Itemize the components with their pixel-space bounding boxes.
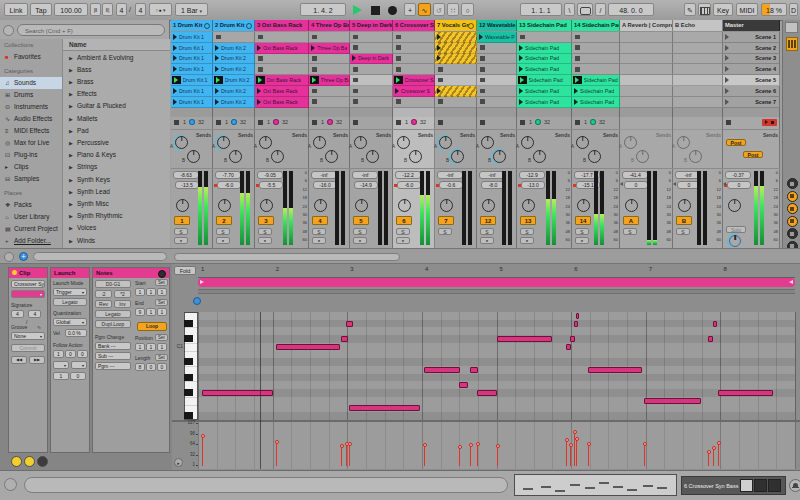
velocity-stem[interactable] bbox=[718, 444, 719, 466]
velocity-stem[interactable] bbox=[497, 447, 498, 466]
folder-expand-icon[interactable]: ▶ bbox=[69, 149, 77, 161]
io-overview-icon[interactable] bbox=[786, 37, 798, 51]
volume-field[interactable]: 0 bbox=[624, 181, 648, 189]
clip-stop-icon[interactable] bbox=[353, 78, 358, 83]
add-collection-icon[interactable]: + bbox=[19, 252, 28, 261]
show-returns-toggle-icon[interactable] bbox=[787, 203, 798, 214]
clip-slot[interactable] bbox=[673, 32, 723, 43]
value-segment[interactable]: 1 bbox=[146, 308, 156, 316]
clip-slot[interactable] bbox=[620, 54, 673, 65]
clip-stop-icon[interactable] bbox=[312, 67, 317, 72]
clip-launch-icon[interactable] bbox=[437, 45, 441, 51]
browser-folder-item[interactable]: ▶Ambient & Evolving bbox=[63, 52, 170, 64]
loop-toggle-button[interactable]: Loop bbox=[137, 322, 167, 331]
sidebar-item-plug-ins[interactable]: ⊡Plug-ins bbox=[0, 149, 62, 161]
reverse-button[interactable]: Rev bbox=[95, 300, 112, 308]
track-header[interactable]: 14 Sidechain Pad bbox=[572, 20, 620, 31]
browser-folder-item[interactable]: ▶Piano & Keys bbox=[63, 149, 170, 161]
browser-horizontal-scrollbar[interactable] bbox=[33, 252, 167, 261]
arm-button[interactable]: ● bbox=[520, 237, 534, 244]
record-icon[interactable] bbox=[388, 6, 397, 15]
midi-note[interactable] bbox=[718, 390, 773, 396]
track-header[interactable]: 4 Three Op Ba bbox=[309, 20, 350, 31]
key-map-button[interactable]: Key bbox=[713, 3, 733, 16]
clip-slot[interactable] bbox=[393, 54, 435, 65]
clip-slot[interactable] bbox=[350, 32, 393, 43]
solo-button[interactable]: S bbox=[353, 228, 367, 235]
value-segment[interactable]: 0 bbox=[157, 363, 167, 371]
send-b-knob[interactable]: B bbox=[187, 150, 200, 163]
value-segment[interactable]: 1 bbox=[157, 343, 167, 351]
clip-slot[interactable]: Deep in Dark bbox=[350, 54, 393, 65]
clip-stop-icon[interactable] bbox=[480, 45, 485, 50]
track-number-button[interactable]: 14 bbox=[575, 216, 591, 225]
velocity-stem[interactable] bbox=[576, 440, 577, 466]
solo-button[interactable]: S bbox=[174, 228, 188, 235]
black-key[interactable] bbox=[184, 412, 193, 419]
clip-slot[interactable]: Wavetable P bbox=[477, 32, 517, 43]
browser-folder-item[interactable]: ▶Bass bbox=[63, 64, 170, 76]
pan-knob[interactable] bbox=[176, 199, 189, 212]
clip-expression-toggle-icon[interactable] bbox=[37, 456, 48, 467]
pan-knob[interactable] bbox=[577, 199, 590, 212]
length-values[interactable]: 800 bbox=[135, 363, 168, 381]
clip-slot[interactable] bbox=[255, 32, 309, 43]
cue-volume-knob[interactable] bbox=[729, 235, 741, 247]
sidebar-item-instruments[interactable]: ⊙Instruments bbox=[0, 101, 62, 113]
browser-folder-item[interactable]: ▶Guitar & Plucked bbox=[63, 100, 170, 112]
clip-slot[interactable] bbox=[572, 64, 620, 75]
send-b-knob[interactable]: B bbox=[493, 150, 506, 163]
time-sig-denominator[interactable]: 4 bbox=[135, 3, 146, 16]
velocity-amount-field[interactable]: 0.0 % bbox=[65, 329, 87, 337]
clip-playing-icon[interactable] bbox=[172, 76, 181, 85]
clip-slot[interactable]: Sidechain Pad bbox=[517, 54, 572, 65]
track-number-button[interactable]: 13 bbox=[520, 216, 536, 225]
clip-slot[interactable]: Drum Kit 1 bbox=[171, 86, 213, 97]
sidebar-item-current-project[interactable]: ▤Current Project bbox=[0, 223, 62, 235]
browser-folder-item[interactable]: ▶Winds bbox=[63, 235, 170, 247]
send-b-post-button[interactable]: Post bbox=[743, 151, 763, 158]
solo-button[interactable]: S bbox=[676, 228, 690, 235]
clip-slot[interactable] bbox=[393, 97, 435, 108]
preview-headphone-icon[interactable] bbox=[193, 297, 201, 305]
solo-button[interactable]: S bbox=[575, 228, 589, 235]
clip-slot[interactable]: Drum Kit 1 bbox=[171, 32, 213, 43]
track-stop-button[interactable] bbox=[258, 120, 263, 125]
velocity-stem[interactable] bbox=[644, 445, 645, 466]
pan-knob[interactable] bbox=[482, 199, 495, 212]
clip-slot[interactable]: Drum Kit 1 bbox=[171, 64, 213, 75]
clip-playing-icon[interactable] bbox=[573, 76, 582, 85]
launch-mode-select[interactable]: Trigger▾ bbox=[53, 288, 87, 296]
clip-slot[interactable]: Drum Kit 1 bbox=[171, 43, 213, 54]
clip-stop-icon[interactable] bbox=[575, 56, 580, 61]
arm-button[interactable]: ● bbox=[575, 237, 589, 244]
clip-slot[interactable]: Oxi Bass Rack bbox=[255, 43, 309, 54]
group-fold-icon[interactable] bbox=[468, 23, 474, 29]
selected-track-device-strip[interactable]: 6 Crossover Syn Bass bbox=[681, 476, 786, 495]
clip-stop-icon[interactable] bbox=[216, 35, 221, 40]
black-key[interactable] bbox=[184, 320, 193, 327]
value-segment[interactable]: 4 bbox=[28, 310, 41, 318]
clip-slot[interactable] bbox=[673, 54, 723, 65]
send-a-knob[interactable]: A bbox=[576, 136, 589, 149]
clip-slot[interactable] bbox=[350, 97, 393, 108]
send-b-knob[interactable]: B bbox=[451, 150, 464, 163]
clip-slot[interactable]: Drum Kit 2 bbox=[213, 64, 255, 75]
clip-slot[interactable] bbox=[572, 54, 620, 65]
clip-slot[interactable] bbox=[620, 75, 673, 86]
track-number-button[interactable]: 6 bbox=[396, 216, 412, 225]
send-a-knob[interactable]: A bbox=[217, 136, 230, 149]
pan-knob[interactable] bbox=[355, 199, 368, 212]
clip-launch-icon[interactable] bbox=[479, 34, 483, 40]
arrangement-position[interactable]: 1. 4. 2 bbox=[300, 3, 346, 16]
folder-expand-icon[interactable]: ▶ bbox=[69, 88, 77, 100]
arm-button[interactable]: ● bbox=[396, 237, 410, 244]
duplicate-loop-button[interactable]: Dupl.Loop bbox=[95, 320, 131, 328]
clip-slot[interactable] bbox=[477, 54, 517, 65]
midi-note[interactable] bbox=[346, 321, 353, 327]
browser-folder-item[interactable]: ▶Synth Misc bbox=[63, 198, 170, 210]
clip-slot[interactable] bbox=[435, 32, 477, 43]
folder-expand-icon[interactable]: ▶ bbox=[69, 174, 77, 186]
clip-launch-icon[interactable] bbox=[215, 55, 219, 61]
clip-slot[interactable]: Drum Kit 2 bbox=[213, 43, 255, 54]
